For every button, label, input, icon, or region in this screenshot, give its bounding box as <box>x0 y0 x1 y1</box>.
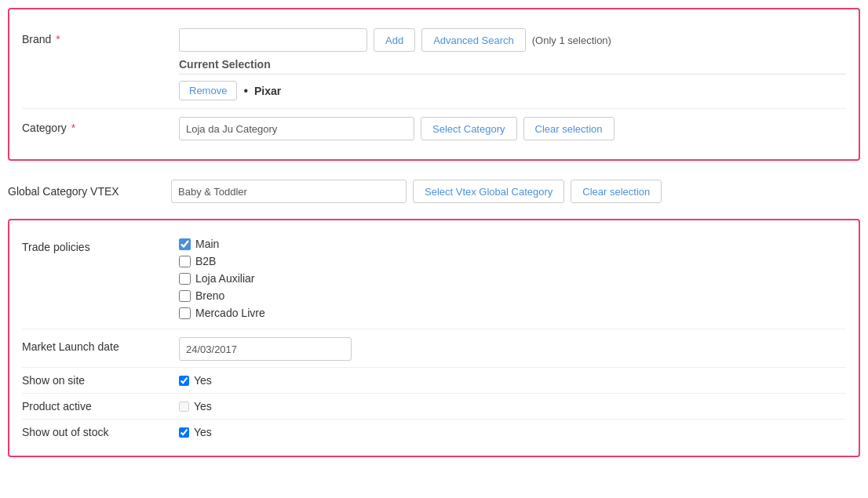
trade-policy-checkbox-mercado-livre[interactable] <box>179 307 191 319</box>
brand-selected-value: Pixar <box>254 85 281 97</box>
trade-policy-option: Mercado Livre <box>179 307 846 319</box>
brand-advanced-search-button[interactable]: Advanced Search <box>421 28 526 52</box>
brand-add-button[interactable]: Add <box>374 28 415 52</box>
show-on-site-value-label: Yes <box>194 374 212 387</box>
brand-text-input[interactable] <box>179 28 367 52</box>
product-active-checkbox <box>179 402 189 412</box>
brand-only-one-note: (Only 1 selection) <box>532 35 611 46</box>
trade-policy-checkbox-b2b[interactable] <box>179 256 191 267</box>
market-launch-row: Market Launch date <box>22 329 846 367</box>
category-current-value-input <box>179 117 414 140</box>
brand-field-content: Add Advanced Search (Only 1 selection) C… <box>179 28 846 100</box>
market-launch-label: Market Launch date <box>22 337 179 353</box>
category-label: Category * <box>22 117 179 134</box>
category-select-button[interactable]: Select Category <box>421 117 517 140</box>
global-category-clear-button[interactable]: Clear selection <box>571 180 662 203</box>
trade-policy-label: Main <box>195 238 219 250</box>
product-active-value-label: Yes <box>194 400 212 413</box>
trade-policy-checkbox-loja-auxiliar[interactable] <box>179 273 191 285</box>
global-category-content: Select Vtex Global Category Clear select… <box>171 180 662 203</box>
show-on-site-content: Yes <box>179 374 212 387</box>
market-launch-content <box>179 337 846 361</box>
trade-policy-option: Main <box>179 238 846 250</box>
trade-policy-label: B2B <box>195 255 216 267</box>
product-active-content: Yes <box>179 400 212 413</box>
brand-selection-row: Remove • Pixar <box>179 74 846 100</box>
trade-policy-option: Loja Auxiliar <box>179 272 846 285</box>
global-category-select-button[interactable]: Select Vtex Global Category <box>413 180 564 203</box>
global-category-section: Global Category VTEX Select Vtex Global … <box>8 172 860 211</box>
product-active-label: Product active <box>22 400 179 413</box>
category-field-content: Select Category Clear selection <box>179 117 846 140</box>
product-active-row: Product active Yes <box>22 393 846 419</box>
category-field-row: Category * Select Category Clear selecti… <box>22 108 846 148</box>
trade-policy-option: Breno <box>179 289 846 302</box>
brand-current-selection-area: Current Selection Remove • Pixar <box>179 58 846 100</box>
show-out-of-stock-checkbox[interactable] <box>179 427 189 438</box>
brand-category-section: Brand * Add Advanced Search (Only 1 sele… <box>8 8 860 161</box>
show-on-site-checkbox[interactable] <box>179 376 189 386</box>
global-category-current-value-input <box>171 180 407 203</box>
trade-policy-label: Loja Auxiliar <box>195 272 255 285</box>
show-on-site-label: Show on site <box>22 374 179 387</box>
trade-policies-section: Trade policies MainB2BLoja AuxiliarBreno… <box>8 219 860 457</box>
market-launch-input[interactable] <box>179 337 352 361</box>
show-out-of-stock-content: Yes <box>179 426 212 438</box>
trade-policy-label: Breno <box>195 289 224 302</box>
trade-policies-content: MainB2BLoja AuxiliarBrenoMercado Livre <box>179 238 846 319</box>
global-category-label: Global Category VTEX <box>8 185 165 198</box>
show-on-site-row: Show on site Yes <box>22 367 846 393</box>
trade-policy-checkbox-main[interactable] <box>179 238 191 250</box>
trade-policies-row: Trade policies MainB2BLoja AuxiliarBreno… <box>22 231 846 325</box>
trade-policy-label: Mercado Livre <box>195 307 265 319</box>
trade-policy-checkbox-breno[interactable] <box>179 290 191 302</box>
brand-remove-button[interactable]: Remove <box>179 81 237 100</box>
brand-input-row: Add Advanced Search (Only 1 selection) <box>179 28 846 52</box>
show-out-of-stock-label: Show out of stock <box>22 426 179 438</box>
trade-policies-label: Trade policies <box>22 238 179 253</box>
brand-current-selection-label: Current Selection <box>179 58 846 74</box>
show-out-of-stock-value-label: Yes <box>194 426 212 438</box>
brand-field-row: Brand * Add Advanced Search (Only 1 sele… <box>22 20 846 108</box>
trade-policy-option: B2B <box>179 255 846 267</box>
category-clear-button[interactable]: Clear selection <box>523 117 615 140</box>
brand-bullet: • <box>243 84 248 98</box>
category-input-row: Select Category Clear selection <box>179 117 846 140</box>
show-out-of-stock-row: Show out of stock Yes <box>22 419 846 445</box>
brand-label: Brand * <box>22 28 179 45</box>
